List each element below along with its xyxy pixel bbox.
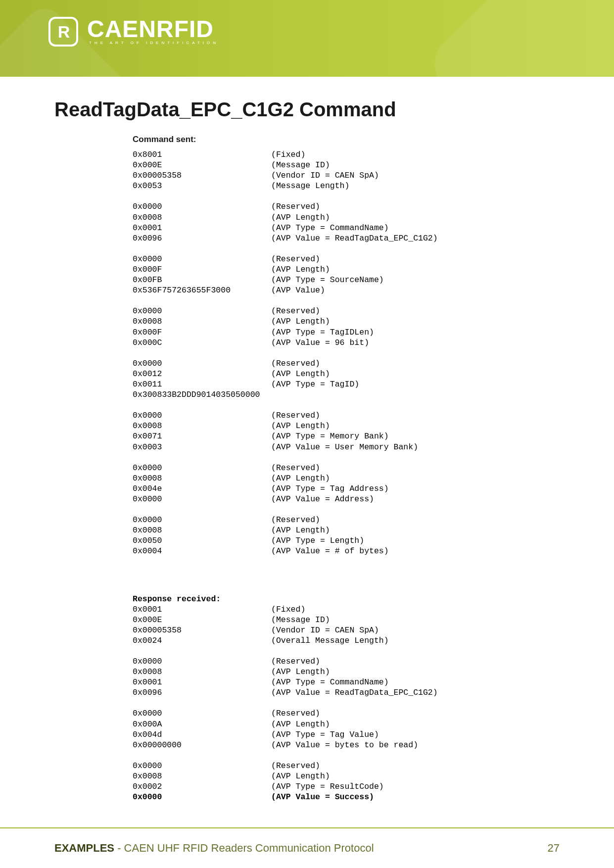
code-row: 0x00005358(Vendor ID = CAEN SpA) <box>133 170 560 181</box>
code-desc: (AVP Type = TagIDLen) <box>271 327 374 338</box>
footer-text: EXAMPLES - CAEN UHF RFID Readers Communi… <box>54 842 374 855</box>
code-hex: 0x0000 <box>133 761 271 771</box>
footer-doc: CAEN UHF RFID Readers Communication Prot… <box>124 842 374 854</box>
code-row: 0x0071(AVP Type = Memory Bank) <box>133 431 560 441</box>
code-group: 0x0000(Reserved)0x0008(AVP Length)0x0071… <box>133 410 560 452</box>
code-row: 0x0000(Reserved) <box>133 201 560 212</box>
code-hex: 0x0008 <box>133 212 271 223</box>
code-desc: (AVP Type = ResultCode) <box>271 781 384 792</box>
code-hex: 0x536F757263655F3000 <box>133 285 271 295</box>
code-row: 0x000F(AVP Type = TagIDLen) <box>133 327 560 338</box>
code-desc: (AVP Length) <box>271 719 330 729</box>
code-desc: (Message ID) <box>271 615 330 625</box>
code-group: 0x0000(Reserved)0x000A(AVP Length)0x004d… <box>133 708 560 750</box>
code-row: 0x0000(Reserved) <box>133 254 560 264</box>
logo-badge-icon: R <box>48 17 78 47</box>
code-hex: 0x0008 <box>133 421 271 431</box>
code-row: 0x000A(AVP Length) <box>133 719 560 729</box>
logo: R CAENRFID THE ART OF IDENTIFICATION <box>48 17 219 47</box>
code-group: 0x0000(Reserved)0x0012(AVP Length)0x0011… <box>133 358 560 400</box>
code-row: 0x00000000(AVP Value = bytes to be read) <box>133 740 560 750</box>
code-row: 0x0001(Fixed) <box>133 604 560 615</box>
code-desc: (AVP Type = CommandName) <box>271 223 389 233</box>
code-desc: (Fixed) <box>271 604 305 615</box>
code-hex: 0x000F <box>133 264 271 275</box>
code-hex: 0x0011 <box>133 379 271 389</box>
command-sent-label: Command sent: <box>133 135 560 145</box>
code-desc: (Message Length) <box>271 181 349 191</box>
code-hex: 0x0050 <box>133 535 271 546</box>
code-desc: (AVP Value = bytes to be read) <box>271 740 418 750</box>
code-row: 0x0000(Reserved) <box>133 306 560 316</box>
code-hex: 0x00FB <box>133 275 271 285</box>
code-hex: 0x0000 <box>133 792 271 802</box>
code-hex: 0x000E <box>133 160 271 170</box>
code-hex: 0x0008 <box>133 473 271 483</box>
code-row: 0x0000(Reserved) <box>133 410 560 421</box>
code-desc: (Reserved) <box>271 201 320 212</box>
code-hex: 0x004d <box>133 729 271 740</box>
code-group: 0x8001(Fixed)0x000E(Message ID)0x0000535… <box>133 149 560 191</box>
code-hex: 0x0096 <box>133 687 271 698</box>
code-desc: (AVP Length) <box>271 421 330 431</box>
code-desc: (Reserved) <box>271 358 320 369</box>
code-desc: (Message ID) <box>271 160 330 170</box>
code-row: 0x0003(AVP Value = User Memory Bank) <box>133 442 560 452</box>
footer-section: EXAMPLES <box>54 842 114 854</box>
code-desc: (AVP Value = # of bytes) <box>271 546 389 556</box>
code-hex: 0x0053 <box>133 181 271 191</box>
code-desc: (AVP Type = SourceName) <box>271 275 384 285</box>
code-hex: 0x0008 <box>133 525 271 535</box>
code-hex: 0x8001 <box>133 149 271 160</box>
code-group: 0x0000(Reserved)0x0008(AVP Length)0x004e… <box>133 463 560 504</box>
code-row: 0x0001(AVP Type = CommandName) <box>133 677 560 687</box>
code-desc: (AVP Value) <box>271 285 325 295</box>
code-row: 0x0008(AVP Length) <box>133 771 560 781</box>
code-row: 0x00FB(AVP Type = SourceName) <box>133 275 560 285</box>
code-hex: 0x0000 <box>133 358 271 369</box>
code-hex: 0x0000 <box>133 463 271 473</box>
code-row: 0x0000(Reserved) <box>133 463 560 473</box>
code-group: 0x0000(Reserved)0x0008(AVP Length)0x0001… <box>133 656 560 698</box>
logo-tagline: THE ART OF IDENTIFICATION <box>89 41 219 45</box>
code-row: 0x000C(AVP Value = 96 bit) <box>133 338 560 348</box>
code-hex: 0x0000 <box>133 201 271 212</box>
code-hex: 0x000A <box>133 719 271 729</box>
code-row: 0x004e(AVP Type = Tag Address) <box>133 483 560 494</box>
code-desc: (Reserved) <box>271 463 320 473</box>
page-content: ReadTagData_EPC_C1G2 Command Command sen… <box>0 77 614 802</box>
command-code-block: 0x8001(Fixed)0x000E(Message ID)0x0000535… <box>133 149 560 557</box>
code-desc: (Overall Message Length) <box>271 635 389 646</box>
code-hex: 0x0002 <box>133 781 271 792</box>
code-group: 0x0000(Reserved)0x0008(AVP Length)0x0050… <box>133 515 560 556</box>
code-row: 0x0008(AVP Length) <box>133 473 560 483</box>
code-hex: 0x0008 <box>133 771 271 781</box>
code-hex: 0x0000 <box>133 708 271 719</box>
code-row: 0x0008(AVP Length) <box>133 316 560 327</box>
code-desc: (AVP Length) <box>271 525 330 535</box>
code-row: 0x0008(AVP Length) <box>133 421 560 431</box>
logo-badge-letter: R <box>58 22 69 42</box>
code-row: 0x000F(AVP Length) <box>133 264 560 275</box>
page-footer: EXAMPLES - CAEN UHF RFID Readers Communi… <box>0 827 614 868</box>
code-hex: 0x0000 <box>133 306 271 316</box>
header-band: R CAENRFID THE ART OF IDENTIFICATION <box>0 0 614 77</box>
code-row: 0x0000(Reserved) <box>133 358 560 369</box>
code-row: 0x00005358(Vendor ID = CAEN SpA) <box>133 625 560 635</box>
code-row: 0x0096(AVP Value = ReadTagData_EPC_C1G2) <box>133 233 560 243</box>
code-desc: (Reserved) <box>271 515 320 525</box>
code-desc: (AVP Length) <box>271 264 330 275</box>
code-hex: 0x0024 <box>133 635 271 646</box>
code-desc: (AVP Length) <box>271 667 330 677</box>
code-row: 0x0012(AVP Length) <box>133 369 560 379</box>
code-desc: (AVP Value = Address) <box>271 494 374 504</box>
code-desc: (AVP Type = TagID) <box>271 379 359 389</box>
code-hex: 0x0071 <box>133 431 271 441</box>
code-hex: 0x0000 <box>133 494 271 504</box>
footer-page-number: 27 <box>548 842 560 855</box>
code-hex: 0x0001 <box>133 677 271 687</box>
code-row: 0x000E(Message ID) <box>133 160 560 170</box>
response-code-block: Response received: 0x0001(Fixed)0x000E(M… <box>133 594 560 803</box>
code-row: 0x0000(Reserved) <box>133 515 560 525</box>
code-hex: 0x0000 <box>133 410 271 421</box>
